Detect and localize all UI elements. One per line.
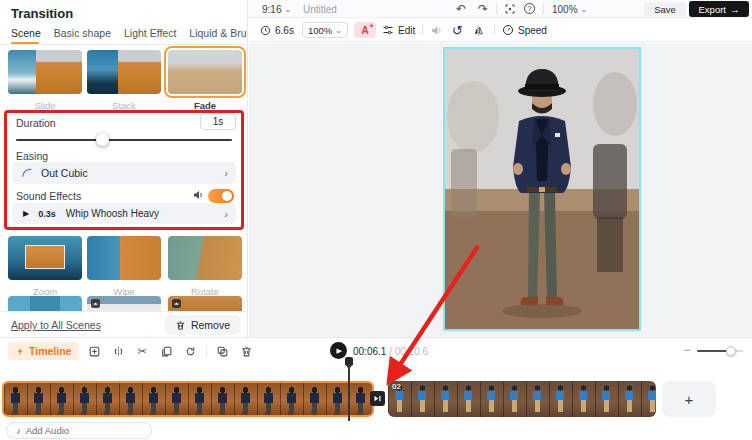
- flash-icon: [16, 347, 25, 356]
- export-label: Export: [699, 4, 726, 15]
- clip-toolbar: 6.6s 100% ⌄ A ✦ Edit ↺: [248, 18, 752, 42]
- transition-thumb-zoom[interactable]: Zoom: [8, 236, 82, 297]
- panel-footer: Apply to All Scenes Remove: [0, 311, 248, 337]
- wipe-preview-image: [87, 236, 161, 280]
- tab-liquid-brush[interactable]: Liquid & Brush: [189, 27, 248, 45]
- canvas-zoom-value: 100%: [552, 4, 578, 15]
- clip-1-filmstrip: [4, 383, 372, 415]
- divider: [496, 4, 497, 14]
- rotate-button[interactable]: ↺: [452, 18, 463, 42]
- flip-horizontal-icon: [472, 24, 485, 37]
- trash-icon: [175, 320, 186, 331]
- volume-button[interactable]: [430, 18, 443, 42]
- adjust-sliders-icon: [382, 24, 394, 36]
- transition-thumb-partial-3[interactable]: [168, 296, 242, 311]
- divider: [494, 25, 495, 35]
- speed-button[interactable]: Speed: [502, 18, 547, 42]
- volume-icon: [430, 24, 443, 37]
- add-clip-button[interactable]: +: [662, 381, 716, 417]
- video-editor-app: Transition Scene Basic shape Light Effec…: [0, 0, 752, 440]
- clip-duration-button[interactable]: 6.6s: [260, 18, 294, 42]
- edit-button[interactable]: Edit: [382, 18, 415, 42]
- timeline-label: Timeline: [29, 345, 71, 357]
- timeline-zoom-slider[interactable]: [697, 350, 743, 352]
- speed-gauge-icon: [502, 24, 514, 36]
- copy-button[interactable]: [158, 343, 174, 359]
- save-button[interactable]: Save: [644, 2, 686, 16]
- selected-video-frame[interactable]: [443, 47, 641, 331]
- rotate-preview-image: [168, 236, 242, 280]
- music-note-icon: ♪: [16, 425, 21, 436]
- playhead-line: [348, 364, 350, 421]
- divider: [543, 4, 544, 14]
- reposition-icon[interactable]: [504, 3, 516, 15]
- time-separator: /: [389, 346, 392, 357]
- divider: [422, 25, 423, 35]
- tab-scene[interactable]: Scene: [11, 27, 41, 45]
- export-button[interactable]: Export →: [689, 1, 749, 17]
- transition-tabs: Scene Basic shape Light Effect Liquid & …: [11, 27, 248, 45]
- redo-button[interactable]: ↷: [478, 2, 488, 16]
- transition-thumb-fade[interactable]: Fade: [168, 50, 242, 111]
- remove-label: Remove: [191, 319, 230, 331]
- remove-transition-button[interactable]: Remove: [165, 315, 240, 335]
- scene-number-badge: 02: [392, 382, 401, 391]
- playhead[interactable]: [344, 357, 353, 421]
- apply-to-all-scenes-link[interactable]: Apply to All Scenes: [11, 319, 101, 331]
- highlight-red-box: [4, 110, 244, 230]
- transition-icon: [373, 394, 382, 403]
- timeline-zoom-out-button[interactable]: −: [680, 342, 694, 358]
- timeline-section: Timeline ✂ ▶ 00:06.1 / 00:10.6 −: [0, 337, 752, 440]
- edit-label: Edit: [398, 25, 415, 36]
- transition-thumb-partial-1[interactable]: [8, 296, 82, 311]
- scissors-cut-button[interactable]: ✂: [134, 343, 150, 359]
- flip-button[interactable]: [472, 18, 485, 42]
- premium-crown-icon: [91, 299, 100, 308]
- arrow-right-icon: →: [730, 4, 740, 15]
- add-audio-button[interactable]: ♪ Add Audio: [6, 422, 152, 439]
- transition-thumb-rotate[interactable]: Rotate: [168, 236, 242, 297]
- clip-1-selected[interactable]: [2, 381, 374, 417]
- speed-label: Speed: [518, 25, 547, 36]
- replace-button[interactable]: [182, 343, 198, 359]
- help-button[interactable]: ?: [524, 3, 535, 14]
- stack-preview-image: [87, 50, 161, 94]
- man-portrait-image: [445, 49, 639, 329]
- project-title[interactable]: Untitled: [303, 4, 337, 15]
- tab-light-effect[interactable]: Light Effect: [124, 27, 176, 45]
- duplicate-button[interactable]: [214, 343, 230, 359]
- divider: [206, 346, 207, 357]
- transition-thumb-partial-2[interactable]: [87, 296, 161, 311]
- total-time: 00:10.6: [395, 346, 428, 357]
- caret-down-icon: ⌄: [284, 5, 291, 14]
- aspect-ratio-value: 9:16: [262, 4, 281, 15]
- transition-thumb-slide[interactable]: Slide: [8, 50, 82, 111]
- panel-title: Transition: [11, 6, 73, 21]
- delete-button[interactable]: [238, 343, 254, 359]
- slide-preview-image: [8, 50, 82, 94]
- clip-duration-value: 6.6s: [275, 25, 294, 36]
- transition-marker-button[interactable]: [370, 391, 385, 406]
- undo-button[interactable]: ↶: [456, 2, 466, 16]
- transition-thumb-stack[interactable]: Stack: [87, 50, 161, 111]
- timeline-zoom-handle[interactable]: [726, 346, 736, 356]
- transition-thumb-wipe[interactable]: Wipe: [87, 236, 161, 297]
- divider: [0, 44, 248, 45]
- current-time: 00:06.1: [353, 346, 386, 357]
- premium-crown-icon: [172, 299, 181, 308]
- canvas-zoom-dropdown[interactable]: 100% ⌄: [552, 4, 587, 15]
- clip-zoom-dropdown[interactable]: 100% ⌄: [302, 18, 348, 42]
- clip-2[interactable]: 02: [388, 381, 656, 417]
- ai-tools-button[interactable]: A ✦: [354, 18, 376, 42]
- split-button[interactable]: [110, 343, 126, 359]
- preview-canvas[interactable]: [249, 43, 752, 337]
- add-scene-button[interactable]: [86, 343, 102, 359]
- zoom-preview-image: [8, 236, 82, 280]
- aspect-ratio-dropdown[interactable]: 9:16 ⌄: [262, 4, 291, 15]
- time-display: 00:06.1 / 00:10.6: [353, 346, 428, 357]
- timeline-mode-button[interactable]: Timeline: [8, 342, 79, 360]
- top-bar: 9:16 ⌄ Untitled ↶ ↷ ? 100% ⌄ Save Export…: [248, 0, 752, 18]
- caret-down-icon: ⌄: [335, 26, 342, 35]
- clip-zoom-value: 100%: [308, 25, 332, 36]
- tab-basic-shape[interactable]: Basic shape: [54, 27, 111, 45]
